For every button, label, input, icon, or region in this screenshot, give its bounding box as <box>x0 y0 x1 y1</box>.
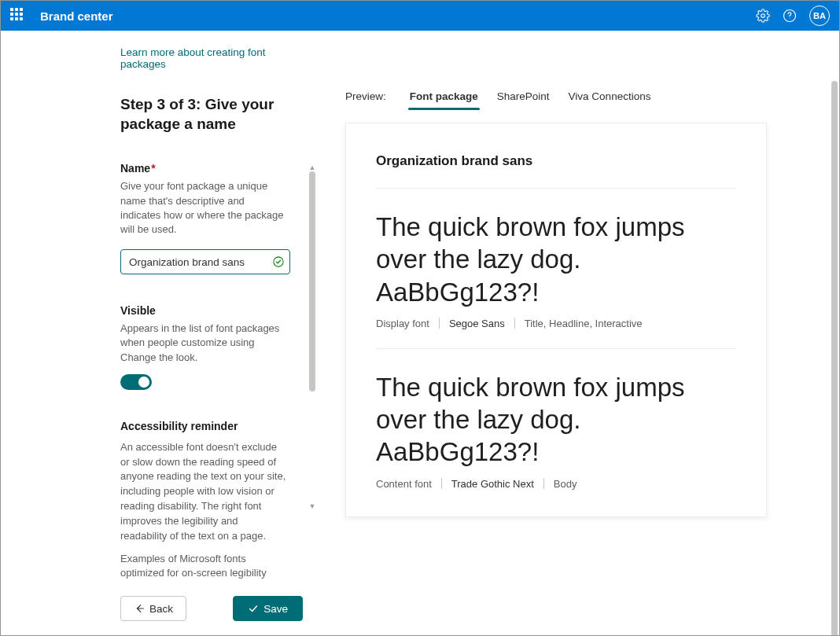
accessibility-para-1: An accessible font doesn't exclude or sl… <box>120 440 287 544</box>
visible-toggle[interactable] <box>120 374 152 390</box>
gear-icon[interactable] <box>756 9 770 23</box>
svg-point-0 <box>761 14 765 18</box>
tab-sharepoint[interactable]: SharePoint <box>496 84 551 108</box>
content-font-meta: Content font Trade Gothic Next Body <box>376 478 736 490</box>
visible-help: Appears in the list of font packages whe… <box>120 322 287 365</box>
learn-more-link[interactable]: Learn more about creating font packages <box>120 46 287 70</box>
name-help: Give your font package a unique name tha… <box>120 179 287 237</box>
preview-package-name: Organization brand sans <box>376 153 736 169</box>
arrow-left-icon <box>134 603 145 614</box>
help-icon[interactable] <box>783 9 797 23</box>
waffle-icon[interactable] <box>10 8 26 24</box>
name-input[interactable] <box>120 249 290 274</box>
display-sample-text: The quick brown fox jumps over the lazy … <box>376 211 736 308</box>
display-font-meta: Display font Segoe Sans Title, Headline,… <box>376 318 736 329</box>
back-button[interactable]: Back <box>120 596 186 621</box>
check-circle-icon <box>273 256 284 267</box>
content-sample-text: The quick brown fox jumps over the lazy … <box>376 371 736 469</box>
left-panel: Learn more about creating font packages … <box>1 31 315 635</box>
name-label: Name* <box>120 162 287 175</box>
step-heading: Step 3 of 3: Give your package a name <box>120 95 287 134</box>
accessibility-label: Accessibility reminder <box>120 420 287 432</box>
page-scrollbar[interactable] <box>830 62 838 634</box>
avatar[interactable]: BA <box>809 6 830 26</box>
preview-tabs: Preview: Font package SharePoint Viva Co… <box>345 84 839 108</box>
preview-card: Organization brand sans The quick brown … <box>345 123 767 517</box>
scroll-down-icon[interactable]: ▼ <box>309 503 315 510</box>
save-button[interactable]: Save <box>233 596 303 621</box>
right-panel: Preview: Font package SharePoint Viva Co… <box>315 31 839 635</box>
accessibility-para-2: Examples of Microsoft fonts optimized fo… <box>120 552 287 582</box>
svg-point-2 <box>790 18 790 19</box>
check-icon <box>248 603 259 614</box>
app-title: Brand center <box>40 9 750 23</box>
tab-viva-connections[interactable]: Viva Connections <box>567 84 653 108</box>
svg-point-3 <box>274 257 283 267</box>
preview-label: Preview: <box>345 90 386 102</box>
scroll-up-icon[interactable]: ▲ <box>309 164 315 171</box>
visible-label: Visible <box>120 304 287 317</box>
tab-font-package[interactable]: Font package <box>408 84 480 108</box>
left-scrollbar[interactable]: ▲ ▼ <box>309 164 315 510</box>
app-header: Brand center BA <box>1 1 839 31</box>
